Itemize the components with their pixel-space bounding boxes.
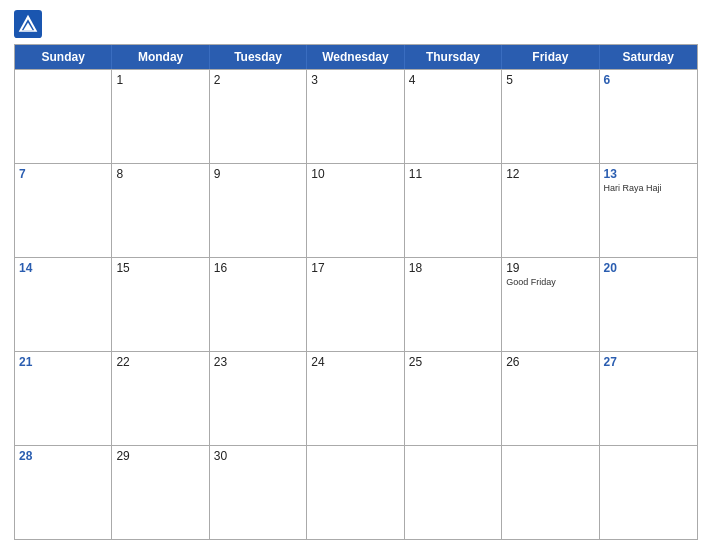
day-header-sunday: Sunday — [15, 45, 112, 69]
day-number-27: 27 — [604, 355, 693, 369]
week-row-2: 78910111213Hari Raya Haji — [15, 163, 697, 257]
calendar-header — [14, 10, 698, 38]
day-number-1: 1 — [116, 73, 204, 87]
day-cell-0-6: 6 — [600, 70, 697, 163]
day-number-12: 12 — [506, 167, 594, 181]
day-cell-3-2: 23 — [210, 352, 307, 445]
week-row-5: 282930 — [15, 445, 697, 539]
day-cell-2-3: 17 — [307, 258, 404, 351]
weeks-container: 12345678910111213Hari Raya Haji141516171… — [15, 69, 697, 539]
day-number-23: 23 — [214, 355, 302, 369]
day-cell-0-0 — [15, 70, 112, 163]
day-number-16: 16 — [214, 261, 302, 275]
day-cell-3-3: 24 — [307, 352, 404, 445]
day-number-20: 20 — [604, 261, 693, 275]
day-cell-0-1: 1 — [112, 70, 209, 163]
day-number-22: 22 — [116, 355, 204, 369]
logo-icon — [14, 10, 42, 38]
day-cell-2-5: 19Good Friday — [502, 258, 599, 351]
day-number-5: 5 — [506, 73, 594, 87]
day-number-8: 8 — [116, 167, 204, 181]
day-cell-2-2: 16 — [210, 258, 307, 351]
day-number-24: 24 — [311, 355, 399, 369]
day-number-30: 30 — [214, 449, 302, 463]
day-cell-1-0: 7 — [15, 164, 112, 257]
day-cell-2-4: 18 — [405, 258, 502, 351]
holiday-label-13: Hari Raya Haji — [604, 183, 693, 194]
day-number-18: 18 — [409, 261, 497, 275]
day-number-13: 13 — [604, 167, 693, 181]
day-header-thursday: Thursday — [405, 45, 502, 69]
day-cell-3-1: 22 — [112, 352, 209, 445]
day-number-7: 7 — [19, 167, 107, 181]
week-row-3: 141516171819Good Friday20 — [15, 257, 697, 351]
day-cell-2-6: 20 — [600, 258, 697, 351]
logo — [14, 10, 46, 38]
day-number-29: 29 — [116, 449, 204, 463]
day-cell-4-3 — [307, 446, 404, 539]
day-header-saturday: Saturday — [600, 45, 697, 69]
day-cell-3-0: 21 — [15, 352, 112, 445]
day-headers-row: Sunday Monday Tuesday Wednesday Thursday… — [15, 45, 697, 69]
day-cell-3-5: 26 — [502, 352, 599, 445]
day-cell-3-6: 27 — [600, 352, 697, 445]
day-cell-1-6: 13Hari Raya Haji — [600, 164, 697, 257]
day-cell-4-1: 29 — [112, 446, 209, 539]
day-number-21: 21 — [19, 355, 107, 369]
day-header-tuesday: Tuesday — [210, 45, 307, 69]
day-cell-4-2: 30 — [210, 446, 307, 539]
day-cell-1-4: 11 — [405, 164, 502, 257]
day-number-10: 10 — [311, 167, 399, 181]
day-cell-4-0: 28 — [15, 446, 112, 539]
day-number-3: 3 — [311, 73, 399, 87]
day-number-2: 2 — [214, 73, 302, 87]
day-number-26: 26 — [506, 355, 594, 369]
day-cell-4-5 — [502, 446, 599, 539]
week-row-4: 21222324252627 — [15, 351, 697, 445]
day-number-28: 28 — [19, 449, 107, 463]
day-number-9: 9 — [214, 167, 302, 181]
day-cell-0-5: 5 — [502, 70, 599, 163]
day-cell-2-0: 14 — [15, 258, 112, 351]
day-number-6: 6 — [604, 73, 693, 87]
day-cell-0-3: 3 — [307, 70, 404, 163]
day-number-15: 15 — [116, 261, 204, 275]
day-header-monday: Monday — [112, 45, 209, 69]
day-cell-2-1: 15 — [112, 258, 209, 351]
day-cell-1-5: 12 — [502, 164, 599, 257]
day-header-friday: Friday — [502, 45, 599, 69]
day-cell-3-4: 25 — [405, 352, 502, 445]
day-cell-1-3: 10 — [307, 164, 404, 257]
day-number-25: 25 — [409, 355, 497, 369]
day-number-14: 14 — [19, 261, 107, 275]
calendar-grid: Sunday Monday Tuesday Wednesday Thursday… — [14, 44, 698, 540]
holiday-label-19: Good Friday — [506, 277, 594, 288]
day-header-wednesday: Wednesday — [307, 45, 404, 69]
day-number-19: 19 — [506, 261, 594, 275]
week-row-1: 123456 — [15, 69, 697, 163]
day-cell-1-1: 8 — [112, 164, 209, 257]
day-number-11: 11 — [409, 167, 497, 181]
day-number-17: 17 — [311, 261, 399, 275]
day-cell-0-2: 2 — [210, 70, 307, 163]
day-number-4: 4 — [409, 73, 497, 87]
day-cell-1-2: 9 — [210, 164, 307, 257]
day-cell-4-4 — [405, 446, 502, 539]
day-cell-0-4: 4 — [405, 70, 502, 163]
day-cell-4-6 — [600, 446, 697, 539]
